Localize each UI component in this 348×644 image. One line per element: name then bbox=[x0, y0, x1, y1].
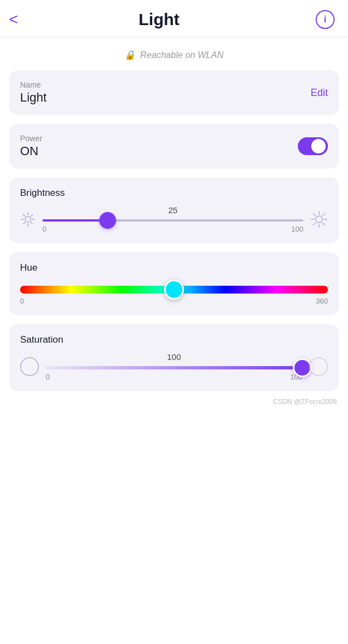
hue-track[interactable] bbox=[20, 286, 328, 294]
svg-line-6 bbox=[31, 223, 33, 224]
power-toggle[interactable] bbox=[298, 137, 328, 155]
name-card: Name Light Edit bbox=[9, 70, 339, 115]
hue-card: Hue 0 360 bbox=[9, 252, 339, 315]
edit-button[interactable]: Edit bbox=[311, 87, 328, 99]
hue-min: 0 bbox=[20, 297, 24, 305]
brightness-fill bbox=[42, 219, 108, 222]
saturation-slider-row: 100 0 100 bbox=[20, 352, 328, 381]
name-card-content: Name Light bbox=[20, 80, 47, 105]
svg-line-7 bbox=[31, 215, 33, 217]
brightness-value-label: 25 bbox=[42, 205, 303, 215]
saturation-track[interactable] bbox=[46, 366, 302, 369]
power-card-content: Power ON bbox=[20, 134, 42, 158]
power-card: Power ON bbox=[9, 124, 339, 169]
saturation-min: 0 bbox=[46, 373, 50, 381]
info-button[interactable]: i bbox=[316, 10, 335, 29]
hue-label: Hue bbox=[20, 262, 328, 273]
saturation-icon-left bbox=[20, 357, 39, 376]
svg-line-8 bbox=[23, 223, 25, 224]
saturation-value-label: 100 bbox=[46, 352, 302, 362]
saturation-minmax: 0 100 bbox=[46, 373, 302, 381]
cards-container: Name Light Edit Power ON Brightness bbox=[0, 70, 348, 391]
brightness-slider-wrapper: 25 0 100 bbox=[42, 205, 303, 233]
info-icon: i bbox=[324, 15, 326, 25]
svg-point-9 bbox=[316, 216, 322, 223]
page-title: Light bbox=[2, 10, 316, 29]
saturation-label: Saturation bbox=[20, 334, 328, 345]
header-divider bbox=[0, 37, 348, 37]
saturation-icon-right bbox=[309, 357, 328, 376]
name-label: Name bbox=[20, 80, 47, 89]
brightness-card: Brightness 25 0 bbox=[9, 177, 339, 243]
saturation-card: Saturation 100 0 100 bbox=[9, 324, 339, 391]
sun-large-icon bbox=[310, 210, 328, 228]
status-bar: 🔒 Reachable on WLAN bbox=[0, 46, 348, 70]
lock-icon: 🔒 bbox=[124, 50, 136, 60]
sun-small-icon bbox=[20, 212, 36, 227]
svg-line-5 bbox=[23, 215, 25, 217]
brightness-label: Brightness bbox=[20, 188, 328, 199]
footer: CSDN @ZForce2009 bbox=[0, 391, 348, 410]
hue-max: 360 bbox=[316, 297, 328, 305]
hue-slider-area: 0 360 bbox=[20, 280, 328, 305]
name-value: Light bbox=[20, 90, 47, 105]
power-value: ON bbox=[20, 144, 42, 158]
hue-thumb[interactable] bbox=[164, 280, 184, 300]
footer-text: CSDN @ZForce2009 bbox=[273, 398, 337, 406]
brightness-min: 0 bbox=[42, 225, 46, 233]
toggle-knob bbox=[311, 139, 326, 153]
brightness-minmax: 0 100 bbox=[42, 225, 303, 233]
header: < Light i bbox=[0, 0, 348, 37]
svg-line-15 bbox=[323, 223, 325, 225]
svg-point-0 bbox=[25, 217, 31, 222]
brightness-thumb[interactable] bbox=[99, 212, 116, 229]
status-text: Reachable on WLAN bbox=[140, 50, 223, 60]
brightness-slider-row: 25 0 100 bbox=[20, 205, 328, 233]
svg-line-16 bbox=[323, 214, 325, 216]
saturation-slider-wrapper: 100 0 100 bbox=[46, 352, 302, 381]
svg-line-17 bbox=[313, 223, 316, 225]
brightness-track[interactable] bbox=[42, 219, 303, 222]
svg-line-14 bbox=[313, 214, 316, 216]
power-label: Power bbox=[20, 134, 42, 143]
brightness-max: 100 bbox=[291, 225, 303, 233]
